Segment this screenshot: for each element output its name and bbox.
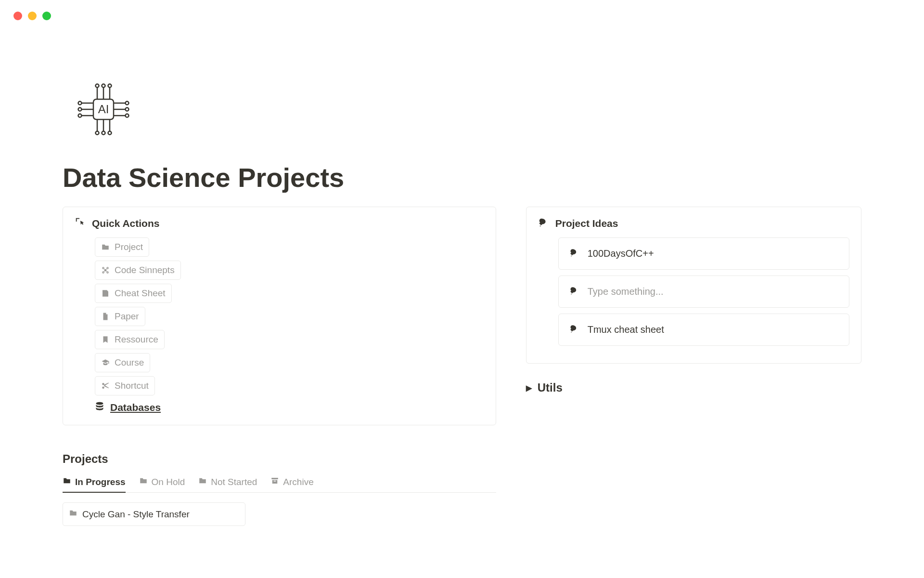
thought-bubble-icon [538, 217, 549, 230]
project-idea-label: 100DaysOfC++ [588, 248, 654, 259]
folder-icon [198, 476, 207, 487]
thought-bubble-icon [569, 248, 579, 260]
svg-point-24 [126, 114, 129, 118]
quick-actions-title: Quick Actions [92, 218, 159, 229]
tab-in-progress[interactable]: In Progress [63, 476, 126, 492]
project-row[interactable]: Cycle Gan - Style Transfer [63, 502, 245, 526]
tab-label: Not Started [211, 477, 257, 487]
thought-bubble-icon [569, 324, 579, 336]
document-icon [101, 312, 110, 321]
bookmark-icon [101, 335, 110, 344]
folder-icon [69, 509, 77, 520]
quick-action-project[interactable]: Project [95, 237, 149, 257]
thought-bubble-icon [569, 286, 579, 298]
database-icon [95, 401, 104, 413]
page-title: Data Science Projects [63, 162, 861, 193]
folder-icon [63, 476, 71, 487]
archive-icon [270, 476, 279, 487]
databases-label: Databases [110, 402, 161, 413]
svg-point-6 [108, 84, 112, 88]
svg-point-16 [78, 108, 82, 111]
folder-icon [139, 476, 148, 487]
quick-action-code-snippets[interactable]: Code Sinnepts [95, 261, 181, 280]
projects-tabs: In Progress On Hold Not Started [63, 476, 496, 493]
quick-action-label: Cheat Sheet [115, 288, 166, 299]
tab-label: On Hold [152, 477, 185, 487]
quick-action-label: Ressource [115, 334, 158, 345]
svg-point-4 [102, 84, 105, 88]
svg-point-12 [108, 131, 112, 135]
project-idea-item[interactable]: 100DaysOfC++ [558, 237, 849, 270]
quick-action-resource[interactable]: Ressource [95, 330, 165, 349]
quick-action-course[interactable]: Course [95, 353, 150, 372]
quick-action-cheat-sheet[interactable]: Cheat Sheet [95, 284, 172, 303]
window-controls [0, 0, 924, 20]
quick-action-label: Paper [115, 311, 139, 322]
utils-toggle[interactable]: ▶ Utils [526, 381, 861, 394]
svg-point-20 [126, 102, 129, 105]
quick-actions-header: Quick Actions [75, 217, 484, 230]
svg-point-14 [78, 102, 82, 105]
projects-title: Projects [63, 452, 496, 466]
quick-action-shortcut[interactable]: Shortcut [95, 376, 155, 395]
quick-action-label: Project [115, 242, 143, 252]
quick-actions-card: Quick Actions Project Code Sinnepts [63, 207, 496, 425]
project-idea-label: Tmux cheat sheet [588, 324, 664, 335]
tab-on-hold[interactable]: On Hold [139, 476, 185, 492]
project-idea-item-empty[interactable]: Type something... [558, 276, 849, 308]
tab-not-started[interactable]: Not Started [198, 476, 257, 492]
project-ideas-card: Project Ideas 100DaysOfC++ Type somethin… [526, 207, 861, 364]
project-idea-item[interactable]: Tmux cheat sheet [558, 314, 849, 346]
window-minimize-button[interactable] [28, 12, 37, 20]
quick-action-label: Course [115, 357, 144, 368]
utils-title: Utils [538, 381, 563, 394]
project-ideas-title: Project Ideas [555, 218, 618, 229]
svg-point-22 [126, 108, 129, 111]
quick-action-paper[interactable]: Paper [95, 307, 145, 326]
project-idea-placeholder: Type something... [588, 286, 664, 297]
svg-point-18 [78, 114, 82, 118]
window-maximize-button[interactable] [42, 12, 51, 20]
window-close-button[interactable] [13, 12, 22, 20]
command-icon [101, 266, 110, 275]
svg-point-2 [96, 84, 99, 88]
quick-action-label: Code Sinnepts [115, 265, 175, 276]
svg-text:AI: AI [98, 103, 109, 116]
tab-archive[interactable]: Archive [270, 476, 313, 492]
scissors-icon [101, 381, 110, 390]
triangle-right-icon: ▶ [526, 383, 532, 393]
tab-label: Archive [283, 477, 313, 487]
cursor-click-icon [75, 217, 85, 230]
folder-icon [101, 243, 110, 251]
databases-link[interactable]: Databases [95, 401, 161, 413]
note-icon [101, 289, 110, 298]
project-label: Cycle Gan - Style Transfer [82, 509, 190, 520]
graduation-cap-icon [101, 358, 110, 367]
svg-point-10 [102, 131, 105, 135]
ai-chip-icon: AI [72, 78, 861, 143]
tab-label: In Progress [75, 477, 126, 487]
project-ideas-header: Project Ideas [538, 217, 849, 230]
quick-action-label: Shortcut [115, 381, 149, 391]
svg-point-8 [96, 131, 99, 135]
